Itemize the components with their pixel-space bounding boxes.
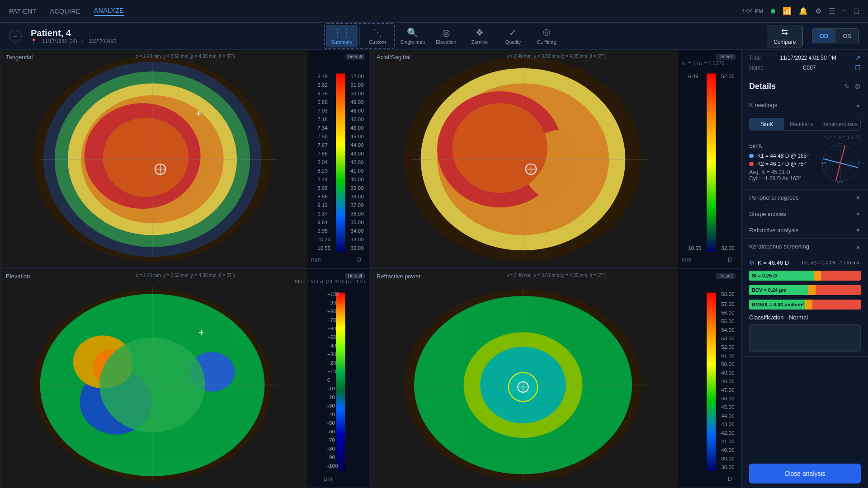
peripheral-header[interactable]: Peripheral degrees ▼ (742, 190, 868, 206)
clfitting-tool[interactable]: ⦾ CL fitting (531, 25, 562, 47)
rmsa-bar-yellow (805, 300, 812, 310)
layout-icon[interactable]: ☰ (829, 7, 835, 15)
k2-dot (749, 162, 754, 166)
keratoconus-header[interactable]: Keratoconus screening ▲ (742, 239, 868, 254)
axial-label: Axial/Sagittal (377, 54, 410, 61)
patient-info: Patient, 4 📍 11/17/1988 (34) | 222770348… (31, 28, 120, 44)
avg-k: Avg. K = 45.31 D (749, 169, 816, 175)
refractive-label: Refractive power (377, 273, 421, 280)
settings-icon[interactable]: ⚙ (815, 7, 821, 15)
k1-value: K1 = 44.48 D @ 165° (757, 153, 809, 159)
summary-tool[interactable]: ⋮⋮ Summary (326, 25, 358, 47)
bcv-label: BCV = 0.24 μm (752, 287, 787, 293)
svg-text:+70: +70 (327, 317, 336, 323)
svg-text:50.00: 50.00 (721, 361, 735, 367)
k-value-row: ⚙ K = 46.46 D (c₁, c₂) = (-0.09, -1.20) … (749, 259, 861, 266)
svg-text:56.00: 56.00 (721, 310, 735, 315)
edit-icon[interactable]: ✎ (844, 82, 850, 91)
copy-icon[interactable]: ❐ (855, 64, 861, 71)
refractive-arrow: ▼ (855, 227, 861, 234)
readings-text: SimK K1 = 44.48 D @ 165° K2 = 46.17 D @ … (749, 143, 816, 182)
svg-text:270°: 270° (837, 180, 844, 183)
keratoconus-title: Keratoconus screening (749, 243, 809, 250)
svg-text:45.00: 45.00 (721, 404, 735, 410)
simk-tab-group: SimK Meridians Hemimeridians (749, 118, 861, 131)
refractive-header[interactable]: Refractive analysis ▼ (742, 222, 868, 238)
details-icons: ✎ ⚙ (844, 82, 861, 91)
svg-text:+60: +60 (327, 325, 336, 331)
si-label: SI = 0.25 D (752, 273, 777, 278)
svg-text:51.00: 51.00 (721, 352, 735, 358)
keratoconus-content: ⚙ K = 46.46 D (c₁, c₂) = (-0.09, -1.20) … (742, 254, 868, 357)
compare-button[interactable]: ⇆ Compare (767, 25, 803, 47)
tab-simk[interactable]: SimK (750, 118, 784, 130)
k-readings-header[interactable]: K readings ▲ (742, 97, 868, 113)
svg-text:7.50: 7.50 (317, 133, 328, 139)
svg-text:180°: 180° (820, 161, 828, 165)
bcv-bar-green: BCV = 0.24 μm (749, 285, 808, 295)
notes-area[interactable] (749, 324, 861, 352)
svg-text:7.03: 7.03 (317, 108, 328, 113)
tab-meridians[interactable]: Meridians (784, 118, 818, 130)
si-metric: SI = 0.25 D (749, 271, 861, 281)
tab-hemimeridians[interactable]: Hemimeridians (819, 118, 860, 130)
top-navbar: PATIENT ACQUIRE ANALYZE 4:04 PM 📶 🔔 ⚙ ☰ … (0, 0, 868, 23)
keratoconus-section: Keratoconus screening ▲ ⚙ K = 46.46 D (c… (742, 239, 868, 357)
quality-tool[interactable]: ✓ Quality (497, 25, 529, 47)
svg-text:9.12: 9.12 (317, 202, 328, 208)
custom-tool[interactable]: ⋱ Custom (362, 25, 393, 47)
svg-text:48.00: 48.00 (350, 108, 364, 113)
minimize-icon[interactable]: − (842, 6, 847, 16)
shape-section: Shape indices ▼ (742, 206, 868, 222)
rmsa-bar-green: RMS/A = 0.04 μm/mm² (749, 300, 805, 310)
si-bar-green: SI = 0.25 D (749, 271, 814, 281)
tangential-map: + 6.49 6.62 6.75 6.89 7.03 7.18 7.34 7.5… (0, 50, 370, 268)
svg-text:0°: 0° (859, 161, 861, 165)
elevation-tool[interactable]: ◎ Elevation (430, 25, 462, 47)
svg-rect-128 (707, 293, 716, 471)
svg-text:49.00: 49.00 (350, 99, 364, 105)
custom-icon: ⋱ (373, 27, 382, 38)
svg-text:37.00: 37.00 (350, 202, 364, 208)
svg-text:43.00: 43.00 (721, 421, 735, 427)
svg-text:44.00: 44.00 (721, 413, 735, 418)
readings-chart-row: SimK K1 = 44.48 D @ 165° K2 = 46.17 D @ … (749, 143, 861, 185)
svg-text:-100: -100 (327, 463, 338, 469)
svg-text:mm: mm (311, 256, 321, 263)
sidebar-time-section: Time 11/17/2022 4:01:50 PM ↗ Name C007 ❐ (742, 50, 868, 76)
eye-od-button[interactable]: OD (812, 29, 836, 43)
eye-os-button[interactable]: OS (835, 29, 859, 43)
close-analysis-button[interactable]: Close analysis (749, 464, 861, 483)
k1-row: K1 = 44.48 D @ 165° (749, 153, 816, 159)
svg-text:7.67: 7.67 (317, 142, 328, 148)
shape-header[interactable]: Shape indices ▼ (742, 206, 868, 222)
zernike-tool[interactable]: ❖ Zernike (464, 25, 495, 47)
nav-acquire[interactable]: ACQUIRE (50, 8, 80, 15)
export-icon[interactable]: ↗ (855, 54, 861, 61)
quality-icon: ✓ (509, 27, 517, 38)
axial-map: 6.49 10.55 52.00 32.00 mm D n₀ = 1 n₁ (371, 50, 741, 268)
svg-text:+30: +30 (327, 351, 336, 357)
svg-text:7.18: 7.18 (317, 116, 328, 122)
nav-analyze[interactable]: ANALYZE (94, 7, 124, 16)
svg-text:52.00: 52.00 (350, 73, 364, 79)
svg-text:40.00: 40.00 (721, 447, 735, 453)
maximize-icon[interactable]: □ (854, 6, 859, 16)
keratoconus-gear-icon[interactable]: ⚙ (749, 259, 755, 266)
svg-text:47.00: 47.00 (721, 387, 735, 393)
header: ← Patient, 4 📍 11/17/1988 (34) | 2227703… (0, 23, 868, 50)
settings-detail-icon[interactable]: ⚙ (854, 82, 861, 91)
svg-text:51.00: 51.00 (350, 82, 364, 88)
rmsa-label: RMS/A = 0.04 μm/mm² (752, 302, 804, 307)
singlemap-tool[interactable]: 🔍 Single map (397, 25, 429, 47)
name-label: Name (749, 65, 764, 71)
svg-text:-30: -30 (327, 403, 335, 408)
svg-text:6.62: 6.62 (317, 82, 328, 88)
refractive-map: + 58.00 57.00 56.00 55.00 54.00 (371, 269, 741, 488)
nav-patient[interactable]: PATIENT (9, 8, 37, 15)
svg-text:-50: -50 (327, 420, 335, 426)
rmsa-bar: RMS/A = 0.04 μm/mm² (749, 300, 861, 310)
refractive-section: Refractive analysis ▼ (742, 222, 868, 239)
back-button[interactable]: ← (9, 30, 22, 42)
svg-text:10.23: 10.23 (317, 236, 330, 242)
